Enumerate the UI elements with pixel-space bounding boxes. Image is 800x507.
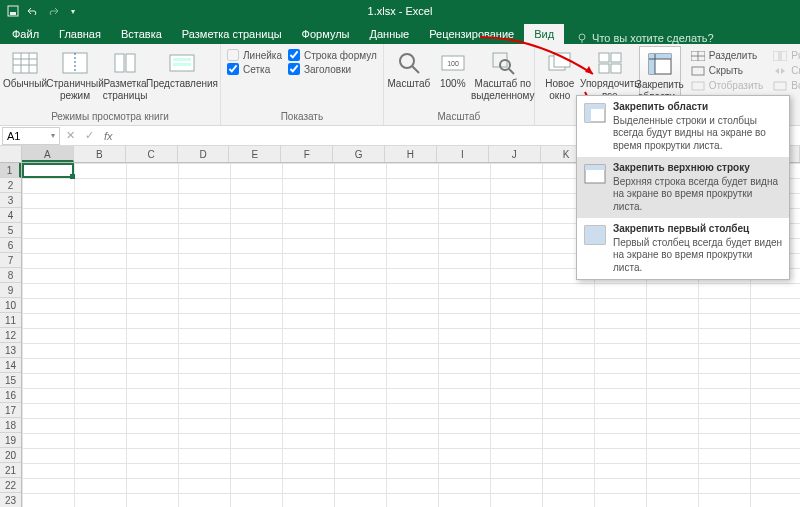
headings-checkbox[interactable]: Заголовки (288, 63, 377, 75)
row-header[interactable]: 19 (0, 433, 21, 448)
row-header[interactable]: 17 (0, 403, 21, 418)
custom-views-button[interactable]: Представления (148, 46, 216, 93)
row-header[interactable]: 8 (0, 268, 21, 283)
row-header[interactable]: 13 (0, 343, 21, 358)
qat-dropdown-icon[interactable]: ▾ (66, 4, 80, 18)
row-header[interactable]: 6 (0, 238, 21, 253)
zoom-selection-button[interactable]: Масштаб по выделенному (476, 46, 530, 104)
cancel-icon: ✕ (66, 129, 75, 142)
tab-file[interactable]: Файл (2, 24, 49, 44)
active-cell[interactable] (22, 163, 74, 178)
page-break-button[interactable]: Страничный режим (48, 46, 102, 104)
svg-rect-38 (692, 82, 704, 90)
ruler-checkbox[interactable]: Линейка (227, 49, 282, 61)
title-bar: ▾ 1.xlsx - Excel (0, 0, 800, 22)
svg-rect-39 (773, 51, 779, 61)
svg-rect-1 (10, 12, 16, 15)
tab-layout[interactable]: Разметка страницы (172, 24, 292, 44)
side-by-side-icon (773, 51, 787, 61)
column-header[interactable]: H (385, 146, 437, 162)
svg-rect-24 (554, 53, 570, 67)
svg-point-21 (500, 60, 510, 70)
row-header[interactable]: 11 (0, 313, 21, 328)
fx-controls: ✕ ✓ fx (66, 129, 113, 142)
row-header[interactable]: 5 (0, 223, 21, 238)
hide-button[interactable]: Скрыть (689, 64, 766, 77)
row-header[interactable]: 3 (0, 193, 21, 208)
sync-scroll-button: Синхронная прокрутка (771, 64, 800, 77)
tab-view[interactable]: Вид (524, 24, 564, 44)
svg-rect-50 (585, 226, 591, 244)
reset-pos-icon (773, 81, 787, 91)
reset-pos-button: Восстановить располож (771, 79, 800, 92)
zoom-button[interactable]: Масштаб (388, 46, 430, 93)
svg-rect-44 (585, 104, 591, 122)
column-header[interactable]: J (489, 146, 541, 162)
freeze-icon (646, 50, 674, 78)
quick-access-toolbar: ▾ (0, 4, 80, 18)
name-box[interactable]: A1▾ (2, 127, 60, 145)
row-header[interactable]: 2 (0, 178, 21, 193)
column-header[interactable]: I (437, 146, 489, 162)
row-header[interactable]: 9 (0, 283, 21, 298)
window-title: 1.xlsx - Excel (368, 5, 433, 17)
page-break-icon (61, 49, 89, 77)
tab-data[interactable]: Данные (359, 24, 419, 44)
undo-icon[interactable] (26, 4, 40, 18)
row-header[interactable]: 20 (0, 448, 21, 463)
new-window-icon (546, 49, 574, 77)
svg-rect-41 (774, 82, 786, 90)
svg-rect-46 (585, 165, 605, 170)
row-header[interactable]: 16 (0, 388, 21, 403)
side-by-side-button: Рядом (771, 49, 800, 62)
row-header[interactable]: 14 (0, 358, 21, 373)
row-header[interactable]: 10 (0, 298, 21, 313)
freeze-menu-item[interactable]: Закрепить верхнюю строкуВерхняя строка в… (577, 157, 789, 218)
row-header[interactable]: 7 (0, 253, 21, 268)
split-button[interactable]: Разделить (689, 49, 766, 62)
select-all-corner[interactable] (0, 146, 22, 163)
tab-review[interactable]: Рецензирование (419, 24, 524, 44)
column-header[interactable]: D (178, 146, 230, 162)
column-header[interactable]: G (333, 146, 385, 162)
zoom-100-button[interactable]: 100 100% (432, 46, 474, 93)
svg-rect-25 (599, 53, 609, 62)
row-header[interactable]: 18 (0, 418, 21, 433)
column-header[interactable]: C (126, 146, 178, 162)
svg-rect-31 (649, 54, 655, 74)
svg-rect-14 (173, 58, 191, 61)
chevron-down-icon: ▾ (51, 131, 55, 140)
redo-icon[interactable] (46, 4, 60, 18)
row-header[interactable]: 4 (0, 208, 21, 223)
freeze-menu-item[interactable]: Закрепить областиВыделенные строки и сто… (577, 96, 789, 157)
freeze-menu-item[interactable]: Закрепить первый столбецПервый столбец в… (577, 218, 789, 279)
row-header[interactable]: 21 (0, 463, 21, 478)
fx-icon[interactable]: fx (104, 130, 113, 142)
tell-me-search[interactable]: Что вы хотите сделать? (564, 32, 714, 44)
row-headers: 1234567891011121314151617181920212223 (0, 163, 22, 507)
column-header[interactable]: F (281, 146, 333, 162)
unhide-button: Отобразить (689, 79, 766, 92)
tab-home[interactable]: Главная (49, 24, 111, 44)
column-header[interactable]: A (22, 146, 74, 162)
gridlines-checkbox[interactable]: Сетка (227, 63, 282, 75)
arrange-icon (596, 49, 624, 77)
row-header[interactable]: 12 (0, 328, 21, 343)
new-window-button[interactable]: Новое окно (539, 46, 581, 104)
svg-point-16 (400, 54, 414, 68)
freeze-item-icon (583, 162, 607, 186)
row-header[interactable]: 15 (0, 373, 21, 388)
page-layout-button[interactable]: Разметка страницы (104, 46, 146, 104)
tab-formulas[interactable]: Формулы (292, 24, 360, 44)
save-icon[interactable] (6, 4, 20, 18)
normal-view-button[interactable]: Обычный (4, 46, 46, 93)
formula-bar-checkbox[interactable]: Строка формул (288, 49, 377, 61)
row-header[interactable]: 23 (0, 493, 21, 507)
column-header[interactable]: E (229, 146, 281, 162)
tab-insert[interactable]: Вставка (111, 24, 172, 44)
svg-line-22 (509, 69, 514, 74)
row-header[interactable]: 22 (0, 478, 21, 493)
column-header[interactable]: B (74, 146, 126, 162)
row-header[interactable]: 1 (0, 163, 21, 178)
freeze-panes-menu: Закрепить областиВыделенные строки и сто… (576, 95, 790, 280)
